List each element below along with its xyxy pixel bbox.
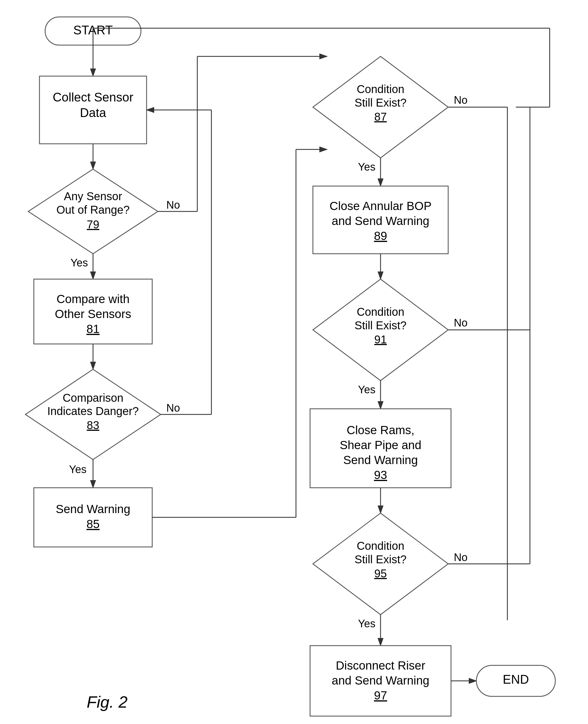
svg-text:No: No: [454, 94, 468, 106]
no-label-79: No: [166, 199, 180, 211]
svg-text:and Send Warning: and Send Warning: [332, 674, 429, 687]
svg-text:91: 91: [374, 333, 387, 346]
svg-text:Condition: Condition: [357, 540, 404, 552]
svg-text:Condition: Condition: [357, 83, 404, 95]
svg-text:Send Warning: Send Warning: [56, 502, 130, 516]
svg-text:81: 81: [86, 322, 100, 335]
svg-text:Indicates Danger?: Indicates Danger?: [47, 405, 139, 417]
svg-text:Disconnect Riser: Disconnect Riser: [336, 659, 425, 672]
svg-text:97: 97: [374, 689, 387, 702]
svg-text:Yes: Yes: [69, 463, 86, 475]
svg-text:93: 93: [374, 468, 387, 481]
svg-text:Shear Pipe and: Shear Pipe and: [340, 438, 421, 452]
svg-text:Fig. 2: Fig. 2: [86, 693, 127, 711]
svg-text:and Send Warning: and Send Warning: [332, 214, 429, 228]
svg-text:Condition: Condition: [357, 306, 404, 318]
svg-text:Yes: Yes: [358, 384, 376, 396]
svg-text:Close Rams,: Close Rams,: [347, 423, 414, 437]
svg-text:Still Exist?: Still Exist?: [355, 553, 407, 565]
svg-text:Close Annular BOP: Close Annular BOP: [330, 199, 432, 212]
collect-sensor-data-label: Collect Sensor: [53, 90, 133, 104]
svg-text:83: 83: [87, 419, 100, 431]
svg-text:Any Sensor: Any Sensor: [64, 190, 122, 202]
svg-text:95: 95: [374, 567, 387, 580]
svg-text:Out of Range?: Out of Range?: [56, 204, 130, 216]
svg-text:87: 87: [374, 110, 387, 123]
flowchart-diagram: START Collect Sensor Data Any Sensor Out…: [0, 0, 588, 724]
svg-text:Comparison: Comparison: [63, 392, 124, 404]
svg-text:Send Warning: Send Warning: [343, 453, 418, 467]
svg-text:Still Exist?: Still Exist?: [355, 97, 407, 109]
svg-text:79: 79: [87, 218, 100, 231]
svg-text:Other Sensors: Other Sensors: [55, 307, 131, 320]
svg-text:No: No: [454, 317, 468, 329]
svg-text:No: No: [166, 402, 180, 414]
svg-text:89: 89: [374, 229, 387, 243]
svg-text:Still Exist?: Still Exist?: [355, 319, 407, 332]
svg-text:Yes: Yes: [70, 257, 88, 269]
svg-text:No: No: [454, 552, 468, 563]
svg-text:85: 85: [86, 517, 100, 531]
svg-text:Compare with: Compare with: [56, 292, 129, 306]
svg-text:Data: Data: [80, 106, 106, 120]
svg-text:Yes: Yes: [358, 161, 376, 173]
svg-text:END: END: [503, 673, 529, 686]
svg-text:Yes: Yes: [358, 618, 376, 629]
